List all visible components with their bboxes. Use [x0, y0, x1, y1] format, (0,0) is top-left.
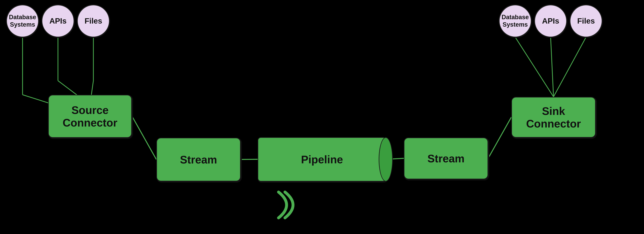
chevron-icon [274, 189, 300, 222]
files-right-circle: Files [570, 5, 602, 37]
stream-left-box: Stream [156, 138, 241, 181]
svg-line-9 [488, 117, 511, 158]
diagram-container: Database Systems APIs Files Database Sys… [0, 0, 644, 234]
svg-line-12 [554, 37, 586, 97]
sink-connector-box: Sink Connector [511, 97, 596, 138]
db-systems-left-circle: Database Systems [6, 5, 39, 37]
files-left-circle: Files [77, 5, 110, 37]
apis-left-circle: APIs [42, 5, 74, 37]
svg-line-10 [515, 37, 554, 97]
source-connector-box: Source Connector [48, 95, 132, 138]
apis-right-circle: APIs [534, 5, 567, 37]
svg-line-11 [550, 37, 554, 97]
stream-right-box: Stream [404, 138, 488, 179]
db-systems-right-circle: Database Systems [499, 5, 531, 37]
pipeline-cylinder-container: Pipeline [258, 137, 399, 182]
svg-line-6 [132, 116, 156, 159]
